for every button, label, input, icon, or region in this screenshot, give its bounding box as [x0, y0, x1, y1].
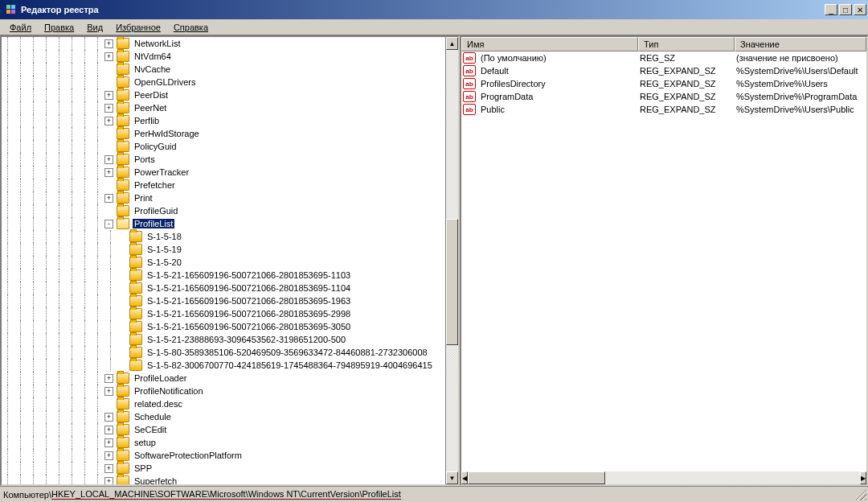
- column-name[interactable]: Имя: [461, 37, 638, 51]
- folder-icon: [117, 154, 129, 165]
- expand-icon[interactable]: +: [104, 464, 113, 473]
- scroll-left-button[interactable]: ◀: [461, 471, 468, 484]
- string-value-icon: ab: [463, 65, 476, 76]
- expand-icon[interactable]: +: [104, 117, 113, 126]
- close-button[interactable]: ✕: [854, 4, 866, 15]
- column-value[interactable]: Значение: [735, 37, 866, 51]
- expand-icon[interactable]: +: [104, 426, 113, 434]
- folder-icon: [117, 192, 129, 204]
- value-row[interactable]: abProfilesDirectoryREG_EXPAND_SZ%SystemD…: [461, 77, 866, 90]
- minimize-button[interactable]: _: [825, 4, 837, 15]
- value-type: REG_EXPAND_SZ: [638, 79, 735, 88]
- expand-icon[interactable]: +: [104, 155, 113, 164]
- tree-node-label: S-1-5-21-165609196-500721066-2801853695-…: [145, 283, 352, 293]
- column-type[interactable]: Тип: [638, 37, 735, 51]
- expander-blank: [117, 348, 126, 357]
- scroll-up-button[interactable]: ▲: [446, 37, 458, 50]
- value-data: %SystemDrive%\ProgramData: [735, 92, 866, 101]
- expand-icon[interactable]: +: [104, 104, 113, 113]
- value-type: REG_EXPAND_SZ: [638, 92, 735, 101]
- tree-node[interactable]: +ProfileNotification: [2, 385, 445, 397]
- tree-node[interactable]: -ProfileList: [2, 217, 445, 230]
- expander-blank: [104, 207, 113, 216]
- tree-node[interactable]: related.desc: [2, 397, 445, 410]
- values-hscrollbar[interactable]: ◀ ▶: [461, 471, 866, 484]
- menu-view[interactable]: Вид: [80, 21, 109, 34]
- value-row[interactable]: ab(По умолчанию)REG_SZ(значение не присв…: [461, 51, 866, 64]
- maximize-button[interactable]: □: [839, 4, 852, 15]
- tree-node[interactable]: PolicyGuid: [2, 140, 445, 153]
- expand-icon[interactable]: +: [104, 477, 113, 485]
- tree-node[interactable]: +Schedule: [2, 410, 445, 423]
- expand-icon[interactable]: +: [104, 413, 113, 422]
- expander-blank: [104, 130, 113, 138]
- expand-icon[interactable]: +: [104, 194, 113, 203]
- tree-node[interactable]: S-1-5-21-165609196-500721066-2801853695-…: [2, 294, 445, 307]
- folder-icon: [117, 179, 129, 191]
- tree-node[interactable]: OpenGLDrivers: [2, 76, 445, 88]
- folder-icon: [129, 321, 142, 332]
- tree-node[interactable]: NvCache: [2, 63, 445, 76]
- tree-node[interactable]: S-1-5-21-165609196-500721066-2801853695-…: [2, 282, 445, 294]
- scroll-down-button[interactable]: ▼: [446, 471, 458, 484]
- tree-node[interactable]: +Superfetch: [2, 475, 445, 484]
- tree-node[interactable]: +NetworkList: [2, 37, 445, 50]
- value-row[interactable]: abDefaultREG_EXPAND_SZ%SystemDrive%\User…: [461, 64, 866, 77]
- folder-icon: [117, 76, 129, 88]
- tree-node[interactable]: +Ports: [2, 153, 445, 166]
- tree-node[interactable]: S-1-5-21-165609196-500721066-2801853695-…: [2, 320, 445, 333]
- tree-scrollbar[interactable]: ▲ ▼: [445, 37, 458, 484]
- tree-node[interactable]: +SoftwareProtectionPlatform: [2, 449, 445, 462]
- tree-node[interactable]: PerHwIdStorage: [2, 127, 445, 140]
- tree-node[interactable]: +NtVdm64: [2, 50, 445, 63]
- collapse-icon[interactable]: -: [104, 220, 113, 228]
- expander-blank: [104, 400, 113, 409]
- value-row[interactable]: abProgramDataREG_EXPAND_SZ%SystemDrive%\…: [461, 90, 866, 103]
- tree-node[interactable]: S-1-5-21-165609196-500721066-2801853695-…: [2, 307, 445, 320]
- tree-node[interactable]: ProfileGuid: [2, 204, 445, 217]
- folder-icon: [117, 372, 129, 384]
- tree-node-label: S-1-5-21-165609196-500721066-2801853695-…: [145, 296, 352, 306]
- expand-icon[interactable]: +: [104, 52, 113, 61]
- tree-node-label: SPP: [133, 463, 154, 473]
- folder-icon: [117, 89, 129, 101]
- tree-node[interactable]: +PeerNet: [2, 101, 445, 114]
- expand-icon[interactable]: +: [104, 438, 113, 447]
- expand-icon[interactable]: +: [104, 387, 113, 396]
- menu-help[interactable]: Справка: [167, 21, 215, 34]
- registry-tree[interactable]: +NetworkList+NtVdm64NvCacheOpenGLDrivers…: [2, 37, 445, 484]
- tree-node[interactable]: S-1-5-80-3589385106-520469509-3569633472…: [2, 346, 445, 359]
- expand-icon[interactable]: +: [104, 91, 113, 100]
- tree-node[interactable]: +Perflib: [2, 114, 445, 127]
- tree-node[interactable]: +ProfileLoader: [2, 372, 445, 385]
- tree-node[interactable]: S-1-5-21-165609196-500721066-2801853695-…: [2, 269, 445, 282]
- tree-node[interactable]: +PowerTracker: [2, 166, 445, 179]
- expand-icon[interactable]: +: [104, 374, 113, 383]
- tree-node[interactable]: S-1-5-18: [2, 230, 445, 243]
- tree-node[interactable]: S-1-5-82-3006700770-424185619-1745488364…: [2, 359, 445, 372]
- folder-icon: [117, 424, 129, 435]
- tree-node[interactable]: +SPP: [2, 462, 445, 475]
- tree-node[interactable]: S-1-5-20: [2, 256, 445, 269]
- expand-icon[interactable]: +: [104, 168, 113, 177]
- scroll-right-button[interactable]: ▶: [860, 471, 866, 484]
- values-list[interactable]: ab(По умолчанию)REG_SZ(значение не присв…: [461, 51, 866, 471]
- value-name: Default: [479, 66, 638, 76]
- value-row[interactable]: abPublicREG_EXPAND_SZ%SystemDrive%\Users…: [461, 103, 866, 116]
- title-bar: Редактор реестра _ □ ✕: [0, 0, 868, 19]
- tree-node[interactable]: S-1-5-21-23888693-3096453562-3198651200-…: [2, 333, 445, 346]
- menu-favorites[interactable]: Избранное: [109, 21, 167, 34]
- tree-node[interactable]: S-1-5-19: [2, 243, 445, 256]
- tree-node[interactable]: +setup: [2, 436, 445, 449]
- tree-node[interactable]: +PeerDist: [2, 88, 445, 101]
- expand-icon[interactable]: +: [104, 451, 113, 460]
- expander-blank: [104, 181, 113, 190]
- tree-node[interactable]: Prefetcher: [2, 179, 445, 191]
- tree-node[interactable]: +Print: [2, 191, 445, 204]
- menu-edit[interactable]: Правка: [38, 21, 80, 34]
- tree-node[interactable]: +SeCEdit: [2, 423, 445, 436]
- menu-file[interactable]: Файл: [3, 21, 38, 34]
- resize-grip-icon[interactable]: [855, 489, 866, 500]
- expand-icon[interactable]: +: [104, 39, 113, 48]
- expander-blank: [117, 297, 126, 306]
